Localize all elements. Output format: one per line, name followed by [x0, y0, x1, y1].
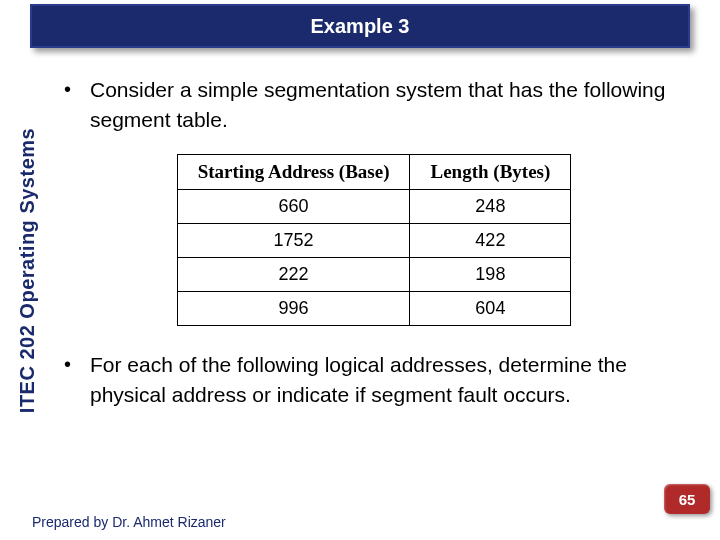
table-row: 1752 422: [177, 223, 571, 257]
page-number: 65: [679, 491, 696, 508]
table-cell: 996: [177, 291, 410, 325]
table-cell: 422: [410, 223, 571, 257]
table-cell: 604: [410, 291, 571, 325]
bullet-item: • Consider a simple segmentation system …: [64, 75, 684, 136]
bullet-dot-icon: •: [64, 75, 90, 136]
footer-author: Prepared by Dr. Ahmet Rizaner: [32, 514, 226, 530]
slide-title-bar: Example 3: [30, 4, 690, 48]
table-cell: 660: [177, 189, 410, 223]
segment-table: Starting Address (Base) Length (Bytes) 6…: [177, 154, 572, 326]
slide-content: • Consider a simple segmentation system …: [64, 75, 684, 429]
table-header-row: Starting Address (Base) Length (Bytes): [177, 154, 571, 189]
table-cell: 198: [410, 257, 571, 291]
table-cell: 222: [177, 257, 410, 291]
bullet-dot-icon: •: [64, 350, 90, 411]
bullet-text: Consider a simple segmentation system th…: [90, 75, 684, 136]
table-header: Starting Address (Base): [177, 154, 410, 189]
course-sidebar: ITEC 202 Operating Systems: [10, 85, 46, 455]
table-row: 996 604: [177, 291, 571, 325]
table-header: Length (Bytes): [410, 154, 571, 189]
page-number-badge: 65: [664, 484, 710, 514]
course-label: ITEC 202 Operating Systems: [17, 127, 40, 412]
bullet-item: • For each of the following logical addr…: [64, 350, 684, 411]
table-row: 222 198: [177, 257, 571, 291]
slide-title: Example 3: [311, 15, 410, 38]
bullet-text: For each of the following logical addres…: [90, 350, 684, 411]
table-cell: 248: [410, 189, 571, 223]
table-cell: 1752: [177, 223, 410, 257]
table-row: 660 248: [177, 189, 571, 223]
